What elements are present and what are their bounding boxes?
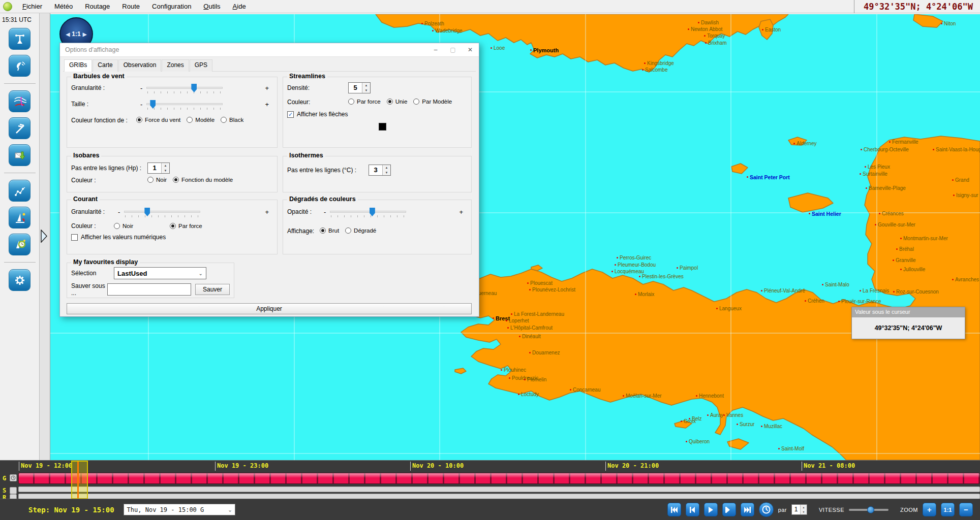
sidebar-button-route-plot-icon[interactable]	[9, 180, 30, 202]
isothermes-step-spinbox[interactable]: 3 ▲▼	[369, 165, 391, 176]
zoom-out-button[interactable]: −	[959, 503, 973, 516]
afficher-fleches-checkbox[interactable]: ✓Afficher les flèches	[287, 111, 467, 118]
radio-circle-icon[interactable]	[348, 99, 354, 105]
favourites-selection-combobox[interactable]: LastUsed ⌄	[114, 267, 206, 279]
menu-configuration[interactable]: Configuration	[146, 1, 197, 12]
streamline-color-swatch[interactable]	[379, 123, 386, 131]
spin-down[interactable]: ▼	[801, 510, 807, 515]
radio-circle-icon[interactable]	[221, 117, 227, 123]
radio-circle-icon[interactable]	[387, 99, 393, 105]
land-sein	[455, 368, 466, 374]
timestep-combobox[interactable]: Thu, Nov 19 - 15:00 G ⌄	[124, 504, 235, 515]
radio-par-mod-le[interactable]: Par Modèle	[413, 99, 452, 105]
close-button[interactable]: ✕	[462, 43, 479, 56]
radio-circle-icon[interactable]	[320, 228, 326, 234]
skip-first-button[interactable]	[667, 503, 681, 516]
radio-noir[interactable]: Noir	[147, 177, 167, 183]
radio-fonction-du-mod-le[interactable]: Fonction du modèle	[173, 177, 233, 183]
grib-coverage-bar[interactable]	[18, 473, 980, 484]
radio-mod-le[interactable]: Modèle	[187, 117, 215, 123]
dialog-titlebar[interactable]: Options d'affichage – ▢ ✕	[60, 43, 479, 57]
menu-aide[interactable]: Aide	[227, 1, 252, 12]
sauver-button[interactable]: Sauver	[195, 284, 230, 295]
s-row-icon[interactable]	[10, 487, 17, 494]
par-spinbox[interactable]: 1 ▲▼	[791, 504, 807, 515]
zoom-one-to-one-button[interactable]: 1:1	[941, 503, 955, 516]
zoom-in-button[interactable]: +	[923, 503, 936, 516]
city-marker-dot	[861, 149, 862, 150]
radio-circle-icon[interactable]	[114, 223, 120, 229]
spin-up[interactable]: ▲	[383, 165, 390, 170]
radio-par-force[interactable]: Par force	[348, 99, 381, 105]
vitesse-slider-handle[interactable]	[867, 506, 874, 513]
tab-gps[interactable]: GPS	[190, 59, 212, 72]
sidebar-button-sailboat-weather-icon[interactable]	[9, 207, 30, 229]
appliquer-button[interactable]: Appliquer	[67, 303, 472, 314]
radio-brut[interactable]: Brut	[320, 228, 339, 234]
checkbox-icon[interactable]	[71, 234, 78, 241]
spin-down[interactable]: ▼	[383, 170, 390, 175]
grib-row-clock-icon[interactable]	[10, 474, 17, 481]
sauver-sous-input[interactable]	[107, 283, 191, 296]
spin-up[interactable]: ▲	[362, 83, 370, 88]
compass-right-arrow[interactable]: ▶	[81, 31, 89, 37]
tab-carte[interactable]: Carte	[93, 59, 117, 72]
time-loop-clock-button[interactable]	[759, 502, 774, 517]
radio-black[interactable]: Black	[221, 117, 243, 123]
skip-last-button[interactable]	[741, 503, 754, 516]
sidebar-button-grib-mail-download-icon[interactable]	[9, 144, 30, 166]
minimize-button[interactable]: –	[427, 43, 444, 56]
spin-down[interactable]: ▼	[362, 88, 370, 93]
menu-fichier[interactable]: Fichier	[16, 1, 48, 12]
radio-circle-icon[interactable]	[147, 177, 154, 183]
tab-zones[interactable]: Zones	[162, 59, 189, 72]
menu-routage[interactable]: Routage	[79, 1, 116, 12]
densite-spinbox[interactable]: 5 ▲▼	[348, 82, 371, 93]
barbules-granularite-slider[interactable]	[146, 82, 223, 93]
spin-up[interactable]: ▲	[801, 505, 807, 510]
spin-down[interactable]: ▼	[162, 168, 169, 173]
sidebar-button-wind-barb-icon[interactable]	[9, 117, 30, 139]
radio-circle-icon[interactable]	[345, 228, 351, 234]
radio-noir[interactable]: Noir	[114, 223, 133, 229]
spin-up[interactable]: ▲	[162, 163, 169, 168]
radio-force-du-vent[interactable]: Force du vent	[136, 117, 180, 123]
checkbox-icon[interactable]: ✓	[287, 111, 294, 118]
radio-circle-icon[interactable]	[136, 117, 142, 123]
tab-observation[interactable]: Observation	[118, 59, 162, 72]
sidebar-button-satellite-dish-icon[interactable]	[9, 55, 30, 77]
menu-outils[interactable]: Outils	[197, 1, 226, 12]
afficher-valeurs-checkbox[interactable]: Afficher les valeurs numériques	[71, 234, 273, 241]
radio-par-force[interactable]: Par force	[170, 223, 202, 229]
menu-route[interactable]: Route	[116, 1, 146, 12]
radio-circle-icon[interactable]	[170, 223, 176, 229]
vitesse-slider[interactable]	[849, 506, 889, 514]
radio-circle-icon[interactable]	[187, 117, 193, 123]
chevron-down-icon: ⌄	[229, 507, 235, 512]
degrades-opacite-slider[interactable]	[330, 206, 406, 217]
s-row-bar[interactable]	[18, 486, 980, 492]
play-button[interactable]	[704, 503, 718, 516]
radio-circle-icon[interactable]	[173, 177, 179, 183]
sidebar-button-isobars-fronts-icon[interactable]	[9, 90, 30, 112]
barbules-taille-slider[interactable]	[146, 99, 223, 110]
panel-expander-arrow[interactable]	[41, 230, 48, 245]
sidebar-button-settings-gear-icon[interactable]	[9, 269, 30, 291]
compass-left-arrow[interactable]: ◀	[64, 31, 72, 37]
city-label-mo-lan-sur-mer: Moëlan-sur-Mer	[626, 394, 662, 399]
timeline[interactable]: Nov 19 - 12:00Nov 19 - 23:00Nov 20 - 10:…	[0, 460, 980, 499]
step-forward-button[interactable]	[722, 503, 736, 516]
sidebar-button-sailboat-time-icon[interactable]	[9, 234, 30, 255]
radio-unie[interactable]: Unie	[387, 99, 408, 105]
radio-circle-icon[interactable]	[413, 99, 419, 105]
sidebar-button-weather-station-icon[interactable]	[9, 28, 30, 50]
radio-d-grad[interactable]: Dégradé	[345, 228, 376, 234]
step-back-button[interactable]	[686, 503, 699, 516]
tab-gribs[interactable]: GRIBs	[64, 59, 92, 72]
sailboat-time-icon	[13, 238, 26, 251]
menu-m-t-o[interactable]: Météo	[48, 1, 79, 12]
maximize-button[interactable]: ▢	[444, 43, 462, 56]
courant-granularite-slider[interactable]	[124, 206, 200, 217]
isobares-step-spinbox[interactable]: 1 ▲▼	[147, 162, 170, 174]
timeline-current-time-cursor[interactable]	[71, 461, 88, 499]
